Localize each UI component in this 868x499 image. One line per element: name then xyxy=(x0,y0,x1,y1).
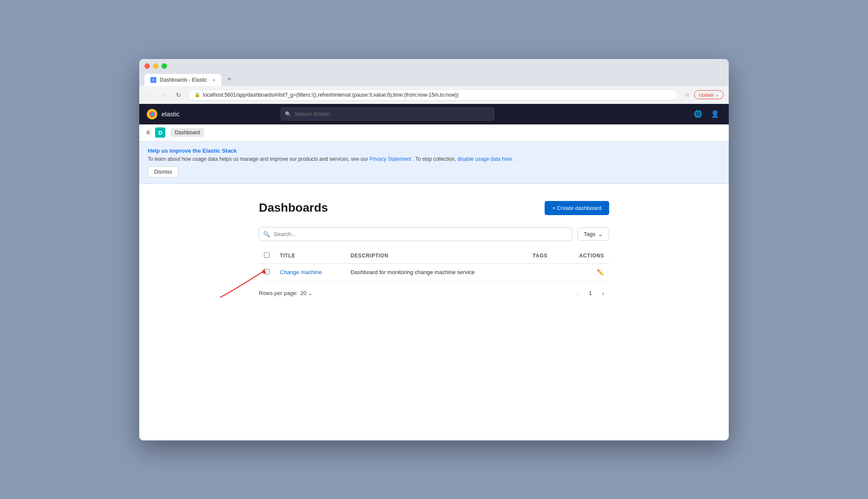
header-checkbox-col xyxy=(259,248,275,264)
address-bar[interactable]: 🔒 localhost:5601/app/dashboards#/list?_g… xyxy=(188,89,678,100)
privacy-statement-link[interactable]: Privacy Statement xyxy=(369,156,411,162)
new-tab-btn[interactable]: + xyxy=(223,72,235,86)
tags-filter-btn[interactable]: Tags ⌄ xyxy=(578,227,609,241)
table-search-input[interactable] xyxy=(259,227,572,241)
rows-per-page-chevron: ⌄ xyxy=(308,290,313,296)
back-btn[interactable]: ← xyxy=(144,90,155,100)
header-actions: Actions xyxy=(562,248,609,264)
search-filter-row: 🔍 Tags ⌄ xyxy=(259,227,609,241)
global-search-bar: 🔍 xyxy=(281,107,494,121)
close-traffic-light[interactable] xyxy=(144,63,150,69)
current-page: 1 xyxy=(586,290,595,296)
table-search: 🔍 xyxy=(259,227,572,241)
banner-text: To learn about how usage data helps us m… xyxy=(148,156,720,162)
global-search-input[interactable] xyxy=(281,107,494,121)
next-page-btn[interactable]: › xyxy=(597,287,609,299)
maximize-traffic-light[interactable] xyxy=(161,63,167,69)
page-header: Dashboards + Create dashboard xyxy=(259,201,609,215)
address-text: localhost:5601/app/dashboards#/list?_g=(… xyxy=(203,92,459,98)
row-checkbox[interactable] xyxy=(264,269,270,275)
update-btn[interactable]: Update ⌄ xyxy=(694,90,724,99)
main-content: Dashboards + Create dashboard 🔍 Tags ⌄ xyxy=(139,184,729,440)
tab-favicon: e xyxy=(150,77,156,83)
row-checkbox-cell xyxy=(259,263,275,281)
traffic-lights xyxy=(144,63,724,69)
header-description: Description xyxy=(346,248,528,264)
row-description-cell: Dashboard for monitoring change machine … xyxy=(346,263,528,281)
svg-point-2 xyxy=(151,112,154,115)
tags-btn-label: Tags xyxy=(584,231,595,237)
header-actions: 🌐 👤 xyxy=(691,107,722,121)
app-nav: ≡ D Dashboard xyxy=(139,124,729,142)
browser-nav-bar: ← → ↻ 🔒 localhost:5601/app/dashboards#/l… xyxy=(139,86,729,104)
edit-dashboard-btn[interactable]: ✏️ xyxy=(597,269,604,276)
banner-title: Help us improve the Elastic Stack xyxy=(148,148,720,154)
pagination-row: Rows per page: 20 ⌄ ‹ 1 › xyxy=(259,287,609,299)
page-nav: ‹ 1 › xyxy=(572,287,609,299)
prev-page-btn[interactable]: ‹ xyxy=(572,287,584,299)
header-title: Title xyxy=(275,248,346,264)
banner-text-after: . To stop collection, xyxy=(413,156,456,162)
table-header-row: Title Description Tags Actions xyxy=(259,248,609,264)
browser-window: e Dashboards - Elastic × + ← → ↻ 🔒 local… xyxy=(139,59,729,440)
bookmark-btn[interactable]: ☆ xyxy=(682,90,692,100)
banner-text-before: To learn about how usage data helps us m… xyxy=(148,156,368,162)
tags-chevron-icon: ⌄ xyxy=(598,231,603,237)
rows-per-page: Rows per page: 20 ⌄ xyxy=(259,290,313,296)
elastic-logo: elastic xyxy=(146,108,180,120)
active-tab[interactable]: e Dashboards - Elastic × xyxy=(144,74,221,86)
info-banner: Help us improve the Elastic Stack To lea… xyxy=(139,142,729,184)
dashboard-link[interactable]: Change machine xyxy=(280,269,322,275)
row-title-cell: Change machine xyxy=(275,263,346,281)
browser-tabs: e Dashboards - Elastic × + xyxy=(144,72,724,86)
page-title: Dashboards xyxy=(259,201,328,215)
global-search-icon: 🔍 xyxy=(285,111,291,117)
hamburger-menu-btn[interactable]: ≡ xyxy=(146,129,150,136)
logo-text: elastic xyxy=(161,110,180,118)
row-actions-cell: ✏️ xyxy=(562,263,609,281)
rows-per-page-btn[interactable]: 20 ⌄ xyxy=(300,290,312,296)
table-search-icon: 🔍 xyxy=(263,231,270,237)
content-wrapper: Dashboards + Create dashboard 🔍 Tags ⌄ xyxy=(242,201,626,299)
table-row: Change machine Dashboard for monitoring … xyxy=(259,263,609,281)
rows-per-page-value: 20 xyxy=(300,290,306,296)
disable-usage-link[interactable]: disable usage data here xyxy=(457,156,512,162)
update-btn-label: Update xyxy=(699,92,714,97)
minimize-traffic-light[interactable] xyxy=(153,63,158,69)
dismiss-btn[interactable]: Dismiss xyxy=(148,166,179,177)
tab-title: Dashboards - Elastic xyxy=(160,77,207,83)
row-tags-cell xyxy=(528,263,562,281)
create-dashboard-btn[interactable]: + Create dashboard xyxy=(545,201,609,215)
tab-close-btn[interactable]: × xyxy=(213,77,215,83)
user-btn[interactable]: 👤 xyxy=(708,107,722,121)
app-header: elastic 🔍 🌐 👤 xyxy=(139,104,729,124)
reload-btn[interactable]: ↻ xyxy=(173,90,184,100)
forward-btn[interactable]: → xyxy=(159,90,169,100)
update-chevron: ⌄ xyxy=(715,92,719,97)
rows-per-page-label: Rows per page: xyxy=(259,290,298,296)
globe-btn[interactable]: 🌐 xyxy=(691,107,705,121)
breadcrumb-label: Dashboard xyxy=(170,128,204,137)
banner-text-end: . xyxy=(513,156,515,162)
elastic-logo-icon xyxy=(146,108,158,120)
header-tags: Tags xyxy=(528,248,562,264)
nav-actions: ☆ Update ⌄ xyxy=(682,90,724,100)
dashboards-table: Title Description Tags Actions Change ma… xyxy=(259,248,609,281)
lock-icon: 🔒 xyxy=(194,92,200,97)
browser-chrome: e Dashboards - Elastic × + xyxy=(139,59,729,86)
breadcrumb-d-icon: D xyxy=(155,127,165,138)
select-all-checkbox[interactable] xyxy=(264,252,270,258)
